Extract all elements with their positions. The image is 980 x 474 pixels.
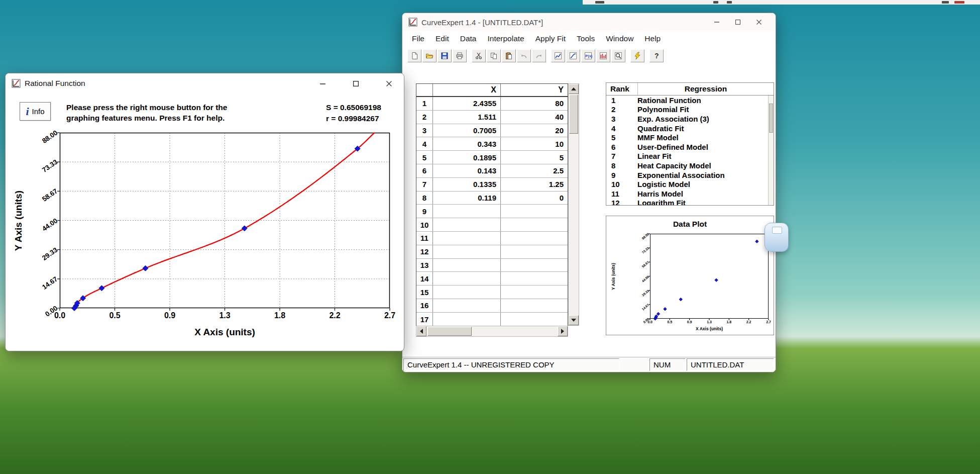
cell-x[interactable]: 0.343	[433, 137, 501, 150]
cell-y[interactable]	[501, 205, 568, 218]
table-vertical-scrollbar[interactable]	[568, 83, 579, 326]
cell-x[interactable]	[433, 232, 501, 245]
menu-tools[interactable]: Tools	[571, 34, 600, 43]
row-number[interactable]: 14	[416, 272, 433, 285]
curve-fit-button[interactable]	[566, 49, 580, 62]
run-fit-button[interactable]	[630, 49, 644, 62]
row-number[interactable]: 13	[416, 259, 433, 272]
cell-x[interactable]: 0.1895	[433, 151, 501, 164]
menu-edit[interactable]: Edit	[430, 34, 455, 43]
cell-y[interactable]: 40	[501, 111, 568, 124]
regression-list-item[interactable]: 6User-Defined Model	[606, 142, 774, 152]
cell-x[interactable]	[433, 205, 501, 218]
scrollbar-thumb[interactable]	[569, 94, 578, 134]
cell-y[interactable]: 10	[501, 137, 568, 150]
cell-x[interactable]	[433, 313, 501, 326]
cell-y[interactable]	[501, 259, 568, 272]
column-header-y[interactable]: Y	[501, 84, 568, 96]
main-title-bar[interactable]: CurveExpert 1.4 - [UNTITLED.DAT*]	[402, 13, 776, 31]
cell-y[interactable]	[501, 218, 568, 231]
cell-y[interactable]: 0	[501, 192, 568, 205]
open-file-button[interactable]	[422, 49, 437, 62]
regression-list-item[interactable]: 2Polynomial Fit	[606, 105, 774, 115]
redo-button[interactable]	[532, 49, 546, 62]
cell-x[interactable]: 0.143	[433, 164, 501, 177]
cell-y[interactable]	[501, 232, 568, 245]
cell-y[interactable]: 80	[501, 97, 568, 110]
cell-y[interactable]: 5	[501, 151, 568, 164]
column-header-x[interactable]: X	[433, 84, 501, 96]
help-button[interactable]: ?	[649, 49, 664, 62]
cell-y[interactable]	[501, 245, 568, 258]
cell-x[interactable]	[433, 272, 501, 285]
row-number[interactable]: 1	[416, 97, 433, 110]
regression-list-item[interactable]: 5MMF Model	[606, 133, 774, 142]
cell-x[interactable]: 0.1335	[433, 178, 501, 191]
row-number[interactable]: 9	[416, 205, 433, 218]
new-file-button[interactable]	[407, 49, 421, 62]
row-number[interactable]: 5	[416, 151, 433, 164]
regression-list-item[interactable]: 9Exponential Association	[606, 170, 774, 180]
corner-header-cell[interactable]	[416, 84, 433, 96]
cell-x[interactable]	[433, 286, 501, 299]
menu-window[interactable]: Window	[600, 34, 639, 43]
menu-help[interactable]: Help	[639, 34, 666, 43]
regression-list-item[interactable]: 11Harris Model	[606, 189, 774, 199]
regression-list-item[interactable]: 1Rational Function	[606, 96, 774, 105]
menu-data[interactable]: Data	[455, 34, 482, 43]
polynomial-fit-button[interactable]: P(x)	[581, 49, 595, 62]
cell-y[interactable]	[501, 286, 568, 299]
row-number[interactable]: 10	[416, 218, 433, 231]
row-number[interactable]: 7	[416, 178, 433, 191]
row-number[interactable]: 8	[416, 192, 433, 205]
scroll-down-button[interactable]	[569, 315, 579, 325]
cut-button[interactable]	[472, 49, 486, 62]
scroll-left-button[interactable]	[416, 326, 426, 336]
regression-list-item[interactable]: 4Quadratic Fit	[606, 124, 774, 133]
cell-y[interactable]: 1.25	[501, 178, 568, 191]
row-number[interactable]: 17	[416, 313, 433, 326]
cell-x[interactable]	[433, 259, 501, 272]
row-number[interactable]: 6	[416, 164, 433, 177]
table-horizontal-scrollbar[interactable]	[416, 326, 568, 337]
copy-button[interactable]	[487, 49, 501, 62]
scrollbar-thumb[interactable]	[427, 327, 472, 336]
row-number[interactable]: 3	[416, 124, 433, 137]
cell-y[interactable]: 2.5	[501, 164, 568, 177]
maximize-button[interactable]	[727, 15, 748, 30]
linear-fit-button[interactable]	[551, 49, 565, 62]
cell-x[interactable]	[433, 299, 501, 312]
rank-scrollbar[interactable]	[768, 96, 774, 205]
save-button[interactable]	[438, 49, 452, 62]
scroll-right-button[interactable]	[558, 326, 568, 336]
cell-x[interactable]: 0.119	[433, 192, 501, 205]
row-number[interactable]: 2	[416, 111, 433, 124]
usb-device-icon[interactable]	[765, 223, 789, 252]
row-number[interactable]: 12	[416, 245, 433, 258]
undo-button[interactable]	[517, 49, 531, 62]
row-number[interactable]: 11	[416, 232, 433, 245]
menu-file[interactable]: File	[406, 34, 430, 43]
mini-chart[interactable]: 0.00.50.91.31.82.22.70.0014.6729.3344.00…	[606, 216, 774, 335]
paste-button[interactable]	[502, 49, 516, 62]
row-number[interactable]: 4	[416, 137, 433, 150]
cell-x[interactable]: 0.7005	[433, 124, 501, 137]
menu-interpolate[interactable]: Interpolate	[482, 34, 529, 43]
zoom-fit-button[interactable]	[611, 49, 625, 62]
cell-x[interactable]	[433, 218, 501, 231]
cell-x[interactable]	[433, 245, 501, 258]
rank-fits-button[interactable]	[596, 49, 610, 62]
regression-list-item[interactable]: 7Linear Fit	[606, 152, 774, 161]
row-number[interactable]: 16	[416, 299, 433, 312]
cell-y[interactable]	[501, 313, 568, 326]
fit-chart[interactable]: 0.00.50.91.31.82.22.70.0014.6729.3344.00…	[6, 73, 404, 351]
print-button[interactable]	[453, 49, 467, 62]
cell-x[interactable]: 1.511	[433, 111, 501, 124]
close-button[interactable]	[748, 15, 770, 30]
scroll-up-button[interactable]	[569, 84, 579, 94]
scrollbar-thumb[interactable]	[769, 104, 773, 133]
mini-plot-area[interactable]	[650, 234, 769, 319]
fit-plot-area[interactable]	[60, 133, 390, 308]
cell-y[interactable]	[501, 272, 568, 285]
regression-list-item[interactable]: 8Heat Capacity Model	[606, 161, 774, 170]
